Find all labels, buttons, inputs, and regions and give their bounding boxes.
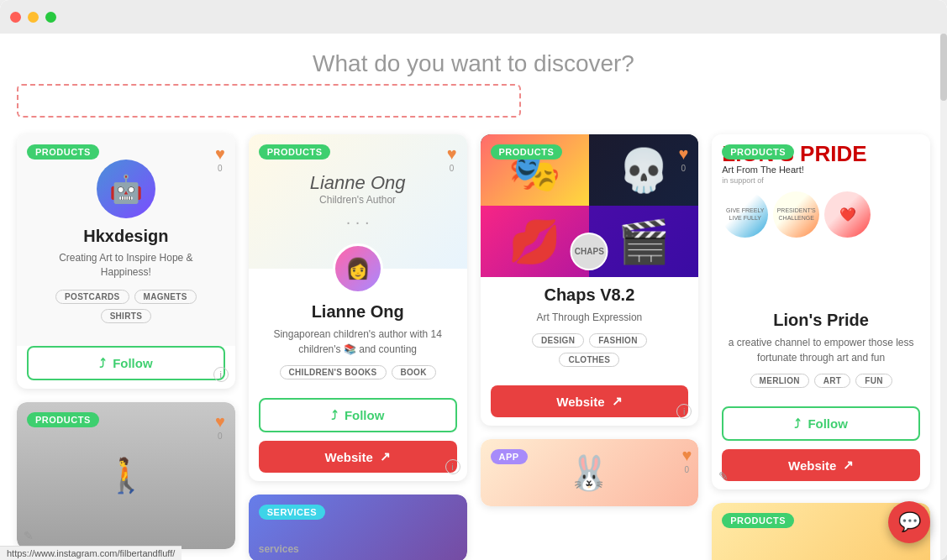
- card-chaps: PRODUCTS ♥ 0 🎭 💀 💋 🎬 CHAPS: [481, 134, 699, 426]
- badge-products-br: PRODUCTS: [722, 513, 794, 528]
- avatar-hkxdesign: 🤖: [97, 160, 155, 218]
- card-body-lions: Lion's Pride a creative channel to empow…: [712, 302, 930, 406]
- heart-icon: ♥: [215, 144, 225, 163]
- tag-postcards: POSTCARDS: [55, 290, 129, 304]
- services-label: services: [259, 543, 299, 555]
- tag-fun: FUN: [855, 374, 892, 388]
- card-services: SERVICES services: [249, 495, 467, 560]
- follow-button-lianne[interactable]: ⤴ Follow: [259, 398, 457, 432]
- chaps-avatar: CHAPS: [571, 233, 608, 270]
- follow-button-lions[interactable]: ⤴ Follow: [722, 406, 920, 441]
- cards-grid: PRODUCTS ♥ 0 🤖 Hkxdesign Creating Art to…: [17, 134, 930, 560]
- card-desc-lianne: Singaporean children's author with 14 ch…: [261, 327, 455, 357]
- titlebar: [0, 0, 947, 34]
- external-icon-chaps: ↗: [612, 394, 623, 409]
- heart-count-app: 0: [681, 465, 692, 474]
- app-character: 🐰: [568, 453, 610, 493]
- card-lions-pride: PRODUCTS LION'S PRIDE Art From The Heart…: [712, 134, 930, 489]
- heart-filbert[interactable]: ♥ 0: [215, 412, 225, 441]
- lions-pride-banner: LION'S PRIDE Art From The Heart! in supp…: [712, 134, 930, 302]
- info-icon-lianne[interactable]: i: [445, 459, 460, 474]
- heart-icon-lianne: ♥: [447, 144, 457, 163]
- follow-label-lions: Follow: [808, 416, 848, 431]
- follow-label-hkxdesign: Follow: [113, 356, 153, 370]
- heart-chaps[interactable]: ♥ 0: [678, 144, 688, 173]
- card-body-lianne: Lianne Ong Singaporean children's author…: [249, 294, 467, 398]
- heart-lianne[interactable]: ♥ 0: [447, 144, 457, 173]
- card-app: APP ♥ 0 🐰: [481, 439, 699, 506]
- card-tags-hkxdesign: POSTCARDS MAGNETS SHIRTS: [34, 290, 218, 323]
- share-icon: ⤴: [99, 356, 106, 370]
- chat-bubble[interactable]: 💬: [888, 501, 930, 543]
- minimize-button[interactable]: [28, 12, 39, 23]
- badge-products-2: PRODUCTS: [259, 144, 331, 160]
- badge-app: APP: [491, 449, 528, 464]
- heart-app[interactable]: ♥ 0: [681, 446, 692, 474]
- tag-design: DESIGN: [532, 333, 584, 348]
- card-tags-lianne: CHILDREN'S BOOKS BOOK: [261, 365, 455, 379]
- maximize-button[interactable]: [45, 12, 56, 23]
- close-button[interactable]: [10, 12, 21, 23]
- edit-icon-lions[interactable]: ✎: [718, 469, 729, 483]
- scrollbar-thumb[interactable]: [940, 34, 947, 101]
- chat-icon: 💬: [898, 511, 921, 533]
- heart-hkxdesign[interactable]: ♥ 0: [215, 144, 225, 173]
- search-section: What do you want to discover?: [17, 50, 930, 118]
- tag-childrens-books: CHILDREN'S BOOKS: [280, 365, 387, 379]
- banner-sub: Children's Author: [310, 194, 406, 206]
- share-icon-lions: ⤴: [794, 416, 801, 431]
- lions-support: in support of: [722, 176, 920, 185]
- banner-name: Lianne Ong: [310, 172, 406, 194]
- card-name-chaps: Chaps V8.2: [493, 285, 687, 305]
- follow-label-lianne: Follow: [345, 408, 385, 422]
- lions-logos: GIVE FREELYLIVE FULLY PRESIDENT'SCHALLEN…: [722, 191, 920, 238]
- logo-presidents-challenge: PRESIDENT'SCHALLENGE: [773, 191, 819, 238]
- card-desc-chaps: Art Through Expression: [493, 310, 687, 325]
- info-icon-chaps[interactable]: i: [676, 404, 692, 419]
- website-label-lions: Website: [788, 458, 836, 473]
- card-desc-hkxdesign: Creating Art to Inspire Hope & Happiness…: [34, 251, 218, 280]
- follow-button-hkxdesign[interactable]: ⤴ Follow: [27, 346, 225, 380]
- badge-services: SERVICES: [259, 505, 325, 520]
- avatar-lianne: 👩: [333, 243, 383, 294]
- share-icon-lianne: ⤴: [331, 408, 338, 422]
- card-desc-lions: a creative channel to empower those less…: [724, 335, 918, 365]
- badge-products-4: PRODUCTS: [722, 144, 794, 160]
- tag-fashion: FASHION: [589, 333, 647, 348]
- tag-shirts: SHIRTS: [101, 309, 151, 323]
- card-filbert: PRODUCTS ♥ 0 🚶 ✎: [17, 402, 235, 549]
- card-tags-chaps: DESIGN FASHION CLOTHES: [493, 333, 687, 367]
- search-title: What do you want to discover?: [17, 50, 930, 77]
- card-tags-lions: MERLION ART FUN: [724, 374, 918, 388]
- card-lianne: PRODUCTS ♥ 0 Lianne Ong Children's Autho…: [249, 134, 467, 481]
- avatar-robot-icon: 🤖: [97, 160, 155, 218]
- url-bar: https://www.instagram.com/filbertandfluf…: [0, 546, 182, 560]
- scrollbar-track: [940, 34, 947, 560]
- card-hkxdesign: PRODUCTS ♥ 0 🤖 Hkxdesign Creating Art to…: [17, 134, 235, 389]
- card-name-lions: Lion's Pride: [724, 311, 918, 330]
- card-name-lianne: Lianne Ong: [261, 302, 455, 322]
- external-icon-lions: ↗: [843, 458, 854, 473]
- logo-give-freely: GIVE FREELYLIVE FULLY: [722, 191, 768, 238]
- card-body-chaps: Chaps V8.2 Art Through Expression DESIGN…: [481, 277, 699, 385]
- heart-count-3: 0: [678, 164, 688, 173]
- card-name-hkxdesign: Hkxdesign: [34, 227, 218, 246]
- tag-book: BOOK: [392, 365, 436, 379]
- info-icon-hkxdesign[interactable]: i: [213, 367, 229, 382]
- website-button-chaps[interactable]: Website ↗: [491, 385, 689, 417]
- heart-count-filbert: 0: [215, 432, 225, 441]
- tag-clothes: CLOTHES: [559, 353, 619, 367]
- tag-magnets: MAGNETS: [134, 290, 197, 304]
- badge-products-3: PRODUCTS: [491, 144, 563, 160]
- website-button-lions[interactable]: Website ↗: [722, 449, 920, 481]
- edit-icon-filbert[interactable]: ✎: [24, 529, 34, 542]
- website-button-lianne[interactable]: Website ↗: [259, 441, 457, 473]
- heart-icon-filbert: ♥: [215, 412, 225, 431]
- search-bar[interactable]: [17, 84, 521, 118]
- heart-count-1: 0: [215, 164, 225, 173]
- card-top-1: 🤖 Hkxdesign Creating Art to Inspire Hope…: [17, 134, 235, 346]
- heart-icon-app: ♥: [681, 446, 692, 464]
- heart-icon-chaps: ♥: [678, 144, 688, 163]
- tag-art: ART: [814, 374, 850, 388]
- badge-products-1: PRODUCTS: [27, 144, 99, 160]
